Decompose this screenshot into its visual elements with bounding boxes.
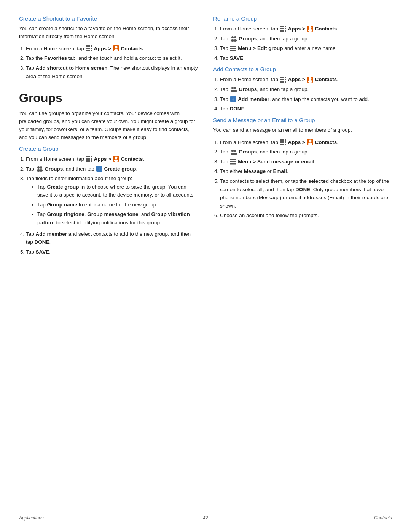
send-message-steps: From a Home screen, tap Apps > Contacts.… <box>220 138 392 220</box>
create-group-step-5: Tap SAVE. <box>26 248 198 256</box>
send-step-1: From a Home screen, tap Apps > Contacts. <box>220 138 392 147</box>
apps-grid-icon-5 <box>280 139 286 145</box>
contacts-icon-4 <box>307 77 313 83</box>
groups-icon-4 <box>230 149 237 155</box>
add-contacts-step-4: Tap DONE. <box>220 105 392 113</box>
rename-step-2: Tap Groups, and then tap a group. <box>220 35 392 43</box>
create-group-step-4: Tap Add member and select contacts to ad… <box>26 230 198 246</box>
send-step-4: Tap either Message or Email. <box>220 167 392 176</box>
send-message-heading: Send a Message or an Email to a Group <box>213 117 392 123</box>
shortcut-step-1: From a Home screen, tap Apps > Contacts. <box>26 45 198 53</box>
add-contacts-step-1: From a Home screen, tap Apps > Contacts. <box>220 75 392 84</box>
contacts-icon-3 <box>307 26 313 32</box>
shortcut-step-3: Tap Add shortcut to Home screen. The new… <box>26 64 198 80</box>
create-group-heading: Create a Group <box>19 145 198 152</box>
add-contacts-steps: From a Home screen, tap Apps > Contacts.… <box>220 75 392 113</box>
contacts-icon-2 <box>113 156 119 162</box>
bullet-1: Tap Create group in to choose where to s… <box>37 183 198 199</box>
shortcut-steps: From a Home screen, tap Apps > Contacts.… <box>26 45 198 80</box>
footer-right: Contacts <box>374 515 392 521</box>
groups-icon-2 <box>230 35 237 42</box>
footer-center: 42 <box>203 515 208 521</box>
add-contacts-heading: Add Contacts to a Group <box>213 66 392 72</box>
create-group-step-3: Tap fields to enter information about th… <box>26 174 198 227</box>
create-group-steps: From a Home screen, tap Apps > Contacts.… <box>26 155 198 256</box>
footer-left: Applications <box>19 515 44 521</box>
rename-group-steps: From a Home screen, tap Apps > Contacts.… <box>220 25 392 62</box>
add-contacts-step-3: Tap + Add member, and then tap the conta… <box>220 95 392 104</box>
send-step-6: Choose an account and follow the prompts… <box>220 211 392 220</box>
groups-heading: Groups <box>19 91 198 105</box>
groups-icon-1 <box>36 166 43 172</box>
apps-grid-icon-4 <box>280 77 286 83</box>
send-message-intro: You can send a message or an email to me… <box>213 126 392 134</box>
create-group-step-1: From a Home screen, tap Apps > Contacts. <box>26 155 198 163</box>
apps-grid-icon-2 <box>86 156 92 162</box>
create-group-step-2: Tap Groups, and then tap + Create group. <box>26 165 198 173</box>
shortcut-heading: Create a Shortcut to a Favorite <box>19 15 198 22</box>
bullet-2: Tap Group name to enter a name for the n… <box>37 201 198 209</box>
send-step-5: Tap contacts to select them, or tap the … <box>220 177 392 210</box>
rename-step-1: From a Home screen, tap Apps > Contacts. <box>220 25 392 33</box>
apps-grid-icon-3 <box>280 26 286 32</box>
rename-step-3: Tap Menu > Edit group and enter a new na… <box>220 44 392 53</box>
menu-icon-1 <box>230 46 236 51</box>
groups-intro: You can use groups to organize your cont… <box>19 110 198 142</box>
rename-step-4: Tap SAVE. <box>220 54 392 62</box>
send-step-3: Tap Menu > Send message or email. <box>220 158 392 166</box>
add-contacts-step-2: Tap Groups, and then tap a group. <box>220 85 392 94</box>
send-step-2: Tap Groups, and then tap a group. <box>220 148 392 156</box>
create-group-bullets: Tap Create group in to choose where to s… <box>37 183 198 227</box>
rename-group-heading: Rename a Group <box>213 15 392 22</box>
contacts-icon-5 <box>307 139 313 145</box>
right-column: Rename a Group From a Home screen, tap A… <box>213 15 392 260</box>
add-member-icon: + <box>230 96 236 102</box>
create-group-plus-icon: + <box>96 166 102 172</box>
groups-icon-3 <box>230 86 237 92</box>
shortcut-step-2: Tap the Favorites tab, and then touch an… <box>26 54 198 62</box>
shortcut-intro: You can create a shortcut to a favorite … <box>19 25 198 41</box>
menu-icon-2 <box>230 159 236 164</box>
left-column: Create a Shortcut to a Favorite You can … <box>19 15 198 260</box>
apps-grid-icon <box>86 45 92 51</box>
bullet-3: Tap Group ringtone, Group message tone, … <box>37 210 198 227</box>
contacts-icon-1 <box>113 45 119 51</box>
